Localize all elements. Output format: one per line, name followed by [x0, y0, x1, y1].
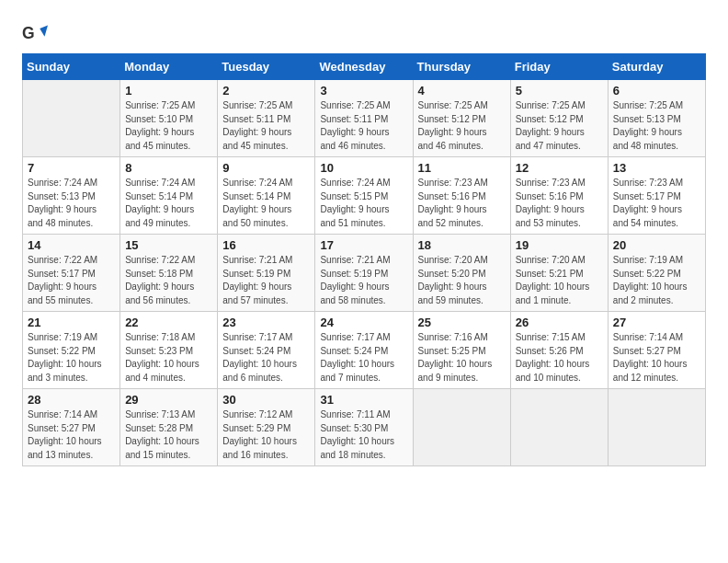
- logo-icon: G: [22, 22, 48, 48]
- calendar-cell: 8Sunrise: 7:24 AM Sunset: 5:14 PM Daylig…: [120, 157, 218, 235]
- calendar-cell: 24Sunrise: 7:17 AM Sunset: 5:24 PM Dayli…: [315, 312, 413, 389]
- day-number: 12: [516, 161, 603, 175]
- day-info: Sunrise: 7:15 AM Sunset: 5:26 PM Dayligh…: [516, 331, 603, 385]
- svg-marker-1: [40, 26, 48, 37]
- calendar-header-row: SundayMondayTuesdayWednesdayThursdayFrid…: [23, 54, 706, 80]
- calendar-cell: 2Sunrise: 7:25 AM Sunset: 5:11 PM Daylig…: [218, 80, 315, 157]
- day-header-sunday: Sunday: [23, 54, 120, 80]
- calendar-cell: [608, 389, 705, 466]
- day-info: Sunrise: 7:18 AM Sunset: 5:23 PM Dayligh…: [125, 331, 212, 385]
- header: G: [22, 18, 706, 48]
- day-info: Sunrise: 7:24 AM Sunset: 5:15 PM Dayligh…: [320, 177, 407, 230]
- day-info: Sunrise: 7:22 AM Sunset: 5:18 PM Dayligh…: [125, 254, 212, 307]
- day-number: 20: [613, 238, 700, 252]
- day-number: 17: [320, 238, 407, 252]
- calendar-cell: 16Sunrise: 7:21 AM Sunset: 5:19 PM Dayli…: [218, 235, 315, 312]
- day-info: Sunrise: 7:20 AM Sunset: 5:21 PM Dayligh…: [516, 254, 603, 307]
- day-info: Sunrise: 7:17 AM Sunset: 5:24 PM Dayligh…: [222, 331, 310, 385]
- day-info: Sunrise: 7:23 AM Sunset: 5:16 PM Dayligh…: [418, 177, 506, 230]
- day-number: 4: [418, 84, 506, 98]
- day-info: Sunrise: 7:19 AM Sunset: 5:22 PM Dayligh…: [613, 254, 700, 307]
- calendar-cell: [510, 389, 608, 466]
- day-info: Sunrise: 7:11 AM Sunset: 5:30 PM Dayligh…: [320, 408, 407, 462]
- day-info: Sunrise: 7:24 AM Sunset: 5:13 PM Dayligh…: [28, 177, 115, 230]
- calendar-cell: 3Sunrise: 7:25 AM Sunset: 5:11 PM Daylig…: [315, 80, 413, 157]
- day-info: Sunrise: 7:12 AM Sunset: 5:29 PM Dayligh…: [222, 408, 310, 462]
- day-number: 2: [222, 84, 310, 98]
- day-info: Sunrise: 7:24 AM Sunset: 5:14 PM Dayligh…: [125, 177, 212, 230]
- day-info: Sunrise: 7:25 AM Sunset: 5:11 PM Dayligh…: [222, 99, 310, 153]
- calendar-cell: 14Sunrise: 7:22 AM Sunset: 5:17 PM Dayli…: [23, 235, 120, 312]
- day-number: 27: [613, 316, 700, 329]
- day-info: Sunrise: 7:14 AM Sunset: 5:27 PM Dayligh…: [613, 331, 700, 385]
- day-number: 15: [125, 238, 212, 252]
- calendar-cell: 22Sunrise: 7:18 AM Sunset: 5:23 PM Dayli…: [120, 312, 218, 389]
- day-number: 6: [613, 84, 700, 98]
- day-number: 9: [222, 161, 310, 175]
- calendar-cell: 19Sunrise: 7:20 AM Sunset: 5:21 PM Dayli…: [510, 235, 608, 312]
- calendar-cell: 1Sunrise: 7:25 AM Sunset: 5:10 PM Daylig…: [120, 80, 218, 157]
- day-header-tuesday: Tuesday: [218, 54, 315, 80]
- day-number: 26: [516, 316, 603, 329]
- calendar-cell: 29Sunrise: 7:13 AM Sunset: 5:28 PM Dayli…: [120, 389, 218, 466]
- calendar-cell: [23, 80, 120, 157]
- day-number: 24: [320, 316, 407, 329]
- calendar-cell: 12Sunrise: 7:23 AM Sunset: 5:16 PM Dayli…: [510, 157, 608, 235]
- calendar: SundayMondayTuesdayWednesdayThursdayFrid…: [22, 53, 706, 466]
- day-info: Sunrise: 7:16 AM Sunset: 5:25 PM Dayligh…: [418, 331, 506, 385]
- day-info: Sunrise: 7:25 AM Sunset: 5:11 PM Dayligh…: [320, 99, 407, 153]
- logo: G: [22, 22, 51, 48]
- day-number: 5: [516, 84, 603, 98]
- day-info: Sunrise: 7:25 AM Sunset: 5:13 PM Dayligh…: [613, 99, 700, 153]
- day-number: 13: [613, 161, 700, 175]
- day-header-friday: Friday: [510, 54, 608, 80]
- day-info: Sunrise: 7:24 AM Sunset: 5:14 PM Dayligh…: [222, 177, 310, 230]
- day-info: Sunrise: 7:21 AM Sunset: 5:19 PM Dayligh…: [222, 254, 310, 307]
- day-info: Sunrise: 7:25 AM Sunset: 5:12 PM Dayligh…: [418, 99, 506, 153]
- day-number: 11: [418, 161, 506, 175]
- calendar-cell: 28Sunrise: 7:14 AM Sunset: 5:27 PM Dayli…: [23, 389, 120, 466]
- day-info: Sunrise: 7:23 AM Sunset: 5:17 PM Dayligh…: [613, 177, 700, 230]
- calendar-cell: 31Sunrise: 7:11 AM Sunset: 5:30 PM Dayli…: [315, 389, 413, 466]
- day-info: Sunrise: 7:25 AM Sunset: 5:12 PM Dayligh…: [516, 99, 603, 153]
- day-number: 10: [320, 161, 407, 175]
- calendar-cell: 21Sunrise: 7:19 AM Sunset: 5:22 PM Dayli…: [23, 312, 120, 389]
- calendar-cell: 18Sunrise: 7:20 AM Sunset: 5:20 PM Dayli…: [413, 235, 510, 312]
- day-number: 18: [418, 238, 506, 252]
- day-info: Sunrise: 7:23 AM Sunset: 5:16 PM Dayligh…: [516, 177, 603, 230]
- day-number: 25: [418, 316, 506, 329]
- day-number: 30: [222, 393, 310, 407]
- calendar-cell: [413, 389, 510, 466]
- day-number: 16: [222, 238, 310, 252]
- calendar-week-2: 7Sunrise: 7:24 AM Sunset: 5:13 PM Daylig…: [23, 157, 706, 235]
- day-number: 29: [125, 393, 212, 407]
- calendar-cell: 20Sunrise: 7:19 AM Sunset: 5:22 PM Dayli…: [608, 235, 705, 312]
- day-header-wednesday: Wednesday: [315, 54, 413, 80]
- day-info: Sunrise: 7:14 AM Sunset: 5:27 PM Dayligh…: [28, 408, 115, 462]
- calendar-week-5: 28Sunrise: 7:14 AM Sunset: 5:27 PM Dayli…: [23, 389, 706, 466]
- day-info: Sunrise: 7:17 AM Sunset: 5:24 PM Dayligh…: [320, 331, 407, 385]
- day-number: 8: [125, 161, 212, 175]
- calendar-cell: 7Sunrise: 7:24 AM Sunset: 5:13 PM Daylig…: [23, 157, 120, 235]
- day-info: Sunrise: 7:20 AM Sunset: 5:20 PM Dayligh…: [418, 254, 506, 307]
- day-header-monday: Monday: [120, 54, 218, 80]
- day-header-thursday: Thursday: [413, 54, 510, 80]
- day-number: 19: [516, 238, 603, 252]
- day-number: 22: [125, 316, 212, 329]
- day-info: Sunrise: 7:21 AM Sunset: 5:19 PM Dayligh…: [320, 254, 407, 307]
- day-info: Sunrise: 7:25 AM Sunset: 5:10 PM Dayligh…: [125, 99, 212, 153]
- day-number: 31: [320, 393, 407, 407]
- day-number: 1: [125, 84, 212, 98]
- svg-text:G: G: [22, 24, 35, 42]
- calendar-cell: 10Sunrise: 7:24 AM Sunset: 5:15 PM Dayli…: [315, 157, 413, 235]
- calendar-cell: 13Sunrise: 7:23 AM Sunset: 5:17 PM Dayli…: [608, 157, 705, 235]
- day-info: Sunrise: 7:19 AM Sunset: 5:22 PM Dayligh…: [28, 331, 115, 385]
- calendar-week-1: 1Sunrise: 7:25 AM Sunset: 5:10 PM Daylig…: [23, 80, 706, 157]
- day-number: 14: [28, 238, 115, 252]
- calendar-cell: 30Sunrise: 7:12 AM Sunset: 5:29 PM Dayli…: [218, 389, 315, 466]
- calendar-cell: 26Sunrise: 7:15 AM Sunset: 5:26 PM Dayli…: [510, 312, 608, 389]
- day-number: 3: [320, 84, 407, 98]
- calendar-cell: 25Sunrise: 7:16 AM Sunset: 5:25 PM Dayli…: [413, 312, 510, 389]
- calendar-cell: 11Sunrise: 7:23 AM Sunset: 5:16 PM Dayli…: [413, 157, 510, 235]
- calendar-cell: 17Sunrise: 7:21 AM Sunset: 5:19 PM Dayli…: [315, 235, 413, 312]
